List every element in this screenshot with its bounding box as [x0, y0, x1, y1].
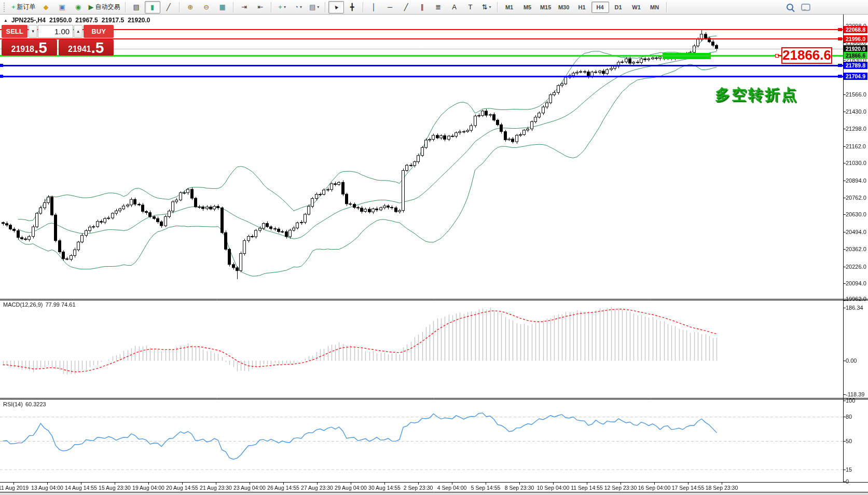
zoom-in-button[interactable]: ⊕	[183, 1, 198, 13]
dropdown-caret-icon: ▾	[317, 5, 319, 9]
arrows-tool-button[interactable]: ⇅▾	[479, 1, 494, 13]
text-icon: A	[452, 4, 457, 10]
price-callout-label[interactable]: 21866.6	[781, 47, 832, 64]
line-handle[interactable]	[0, 75, 3, 78]
trendline-tool-button[interactable]: ╱	[398, 1, 414, 13]
sell-price-fraction: .5	[34, 40, 47, 55]
tag-handle	[839, 75, 842, 78]
tile-windows-button[interactable]: ▦	[215, 1, 230, 13]
new-order-button-label: 新订单	[17, 3, 36, 11]
chart-title: ▲ JPN225-,H4 21950.0 21967.5 21917.5 219…	[4, 17, 150, 24]
bar-chart-button[interactable]: ▤	[129, 1, 144, 13]
strategy-tester-button[interactable]: ◉	[71, 1, 86, 13]
zoom-out-button[interactable]: ⊖	[199, 1, 214, 13]
time-tick-label: 18 Sep 23:30	[700, 485, 743, 491]
timeframe-button-m15[interactable]: M15	[537, 2, 555, 13]
rsi-value: 60.3223	[25, 401, 46, 407]
indicators-icon: +	[278, 4, 282, 10]
volume-decrease-button[interactable]: ▼	[29, 25, 37, 38]
horizontal-line-tool-button[interactable]: ─	[382, 1, 398, 13]
chart-canvas[interactable]	[0, 0, 868, 495]
collapse-icon[interactable]: ▲	[4, 18, 8, 23]
crosshair-button[interactable]: ╋	[345, 1, 360, 13]
volume-input[interactable]	[38, 25, 73, 38]
horizontal-line-21866.6[interactable]	[0, 55, 843, 57]
periods-button[interactable]: ◔▾	[291, 1, 306, 13]
trendline-icon: ╱	[404, 4, 408, 10]
turning-point-annotation[interactable]: 多空转折点	[715, 85, 798, 105]
buy-button[interactable]: BUY	[84, 25, 114, 38]
price-tick-label: 20226.0	[846, 264, 866, 270]
indicators-button[interactable]: +▾	[274, 1, 290, 13]
terminal-icon: ▣	[59, 4, 65, 10]
buy-price-fraction: .5	[91, 40, 104, 55]
horizontal-line-21789.8[interactable]	[0, 65, 843, 66]
chart-window: ▲ JPN225-,H4 21950.0 21967.5 21917.5 219…	[0, 0, 868, 495]
line-handle[interactable]	[0, 64, 3, 67]
cursor-button[interactable]: ▲	[328, 1, 344, 13]
search-button[interactable]	[782, 1, 797, 13]
timeframe-button-m5[interactable]: M5	[519, 2, 536, 13]
autotrade-icon: ▶	[89, 4, 94, 10]
price-tag-21996.0: 21996.0	[844, 35, 867, 43]
auto-trading-button-label: 自动交易	[95, 3, 120, 11]
price-tick-label: 21566.0	[846, 91, 866, 98]
timeframe-button-h4[interactable]: H4	[591, 2, 609, 13]
dropdown-caret-icon: ▾	[489, 5, 491, 9]
auto-trading-button[interactable]: ▶自动交易	[87, 1, 122, 13]
timeframe-button-h1[interactable]: H1	[573, 2, 591, 13]
zoom-out-icon: ⊖	[203, 4, 209, 10]
buy-price-main: 21941	[68, 44, 91, 55]
editor-button[interactable]: ◆	[38, 1, 54, 13]
vertical-line-tool-button[interactable]: │	[366, 1, 382, 13]
new-order-button[interactable]: +新订单	[9, 1, 38, 13]
rsi-tick-label: 50	[846, 438, 852, 444]
terminal-button[interactable]: ▣	[54, 1, 70, 13]
label-tool-button[interactable]: T	[463, 1, 478, 13]
buy-price-button[interactable]: 21941 .5	[59, 39, 114, 56]
timeframe-button-d1[interactable]: D1	[610, 2, 627, 13]
tester-icon: ◉	[75, 4, 81, 10]
chart-shift-button[interactable]: ⇤	[253, 1, 268, 13]
timeframe-button-w1[interactable]: W1	[628, 2, 645, 13]
text-tool-button[interactable]: A	[447, 1, 462, 13]
price-tick-label: 21162.0	[846, 143, 866, 149]
price-tick-label: 20362.0	[846, 246, 866, 252]
horizontal-line-21996[interactable]	[0, 38, 843, 39]
fibonacci-icon: ≣	[435, 4, 441, 10]
rsi-indicator-label: RSI(14) 60.3223	[3, 401, 46, 407]
rsi-tick-label: 15	[846, 466, 852, 473]
price-tick-label: 21030.0	[846, 160, 866, 166]
horizontal-line-22068.8[interactable]	[0, 29, 843, 30]
fibonacci-tool-button[interactable]: ≣	[431, 1, 446, 13]
auto-scroll-button[interactable]: ⇥	[237, 1, 252, 13]
arrows-icon: ⇅	[482, 4, 488, 10]
bar-high: 21967.5	[75, 17, 98, 24]
dropdown-caret-icon: ▾	[300, 5, 302, 9]
search-icon	[787, 4, 793, 10]
timeframe-button-mn[interactable]: MN	[646, 2, 664, 13]
volume-increase-button[interactable]: ▲	[74, 25, 82, 38]
macd-indicator-label: MACD(12,26,9) 77.99 74.61	[3, 301, 76, 308]
templates-button[interactable]: ▤▾	[307, 1, 322, 13]
price-tick-label: 20494.0	[846, 229, 866, 235]
timeframe-button-m30[interactable]: M30	[555, 2, 573, 13]
price-tag-21704.9: 21704.9	[844, 73, 867, 80]
sell-price-button[interactable]: 21918 .5	[2, 39, 57, 56]
line-chart-button[interactable]: ╱	[161, 1, 176, 13]
auto-scroll-icon: ⇥	[241, 4, 247, 10]
price-tick-label: 20094.0	[846, 280, 866, 286]
periods-icon: ◔	[294, 4, 298, 10]
price-tick-label: 20894.0	[846, 177, 866, 184]
sell-price-main: 21918	[11, 44, 34, 55]
toolbar-separator	[325, 2, 326, 12]
community-chat-button[interactable]	[798, 1, 814, 13]
channel-tool-button[interactable]: ∥	[415, 1, 430, 13]
sell-button[interactable]: SELL	[2, 25, 27, 38]
price-tag-21789.8: 21789.8	[844, 62, 867, 69]
candlestick-chart-button[interactable]: ▮	[145, 1, 160, 13]
line-chart-icon: ╱	[167, 4, 171, 10]
horizontal-line-21704.9[interactable]	[0, 76, 843, 77]
timeframe-button-m1[interactable]: M1	[501, 2, 518, 13]
label-icon: T	[469, 4, 473, 10]
